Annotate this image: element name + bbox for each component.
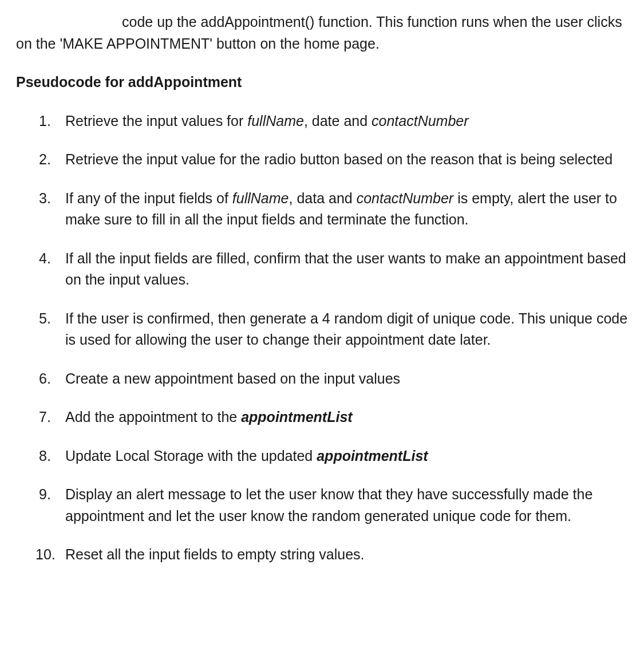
step-text-segment: , date and bbox=[304, 113, 372, 129]
step-text-segment: Retrieve the input values for bbox=[65, 113, 247, 129]
step-text-segment: fullName bbox=[247, 113, 304, 129]
step-text-segment: contactNumber bbox=[357, 190, 454, 206]
step-text-segment: contactNumber bbox=[372, 113, 469, 129]
step-text-segment: appointmentList bbox=[317, 448, 428, 464]
step-6: Create a new appointment based on the in… bbox=[65, 368, 628, 390]
step-text-segment: Reset all the input fields to empty stri… bbox=[65, 546, 365, 562]
step-10: Reset all the input fields to empty stri… bbox=[65, 544, 628, 566]
step-text-segment: Add the appointment to the bbox=[65, 409, 241, 425]
intro-paragraph: code up the addAppointment() function. T… bbox=[16, 11, 628, 54]
step-text-segment: Create a new appointment based on the in… bbox=[65, 370, 400, 386]
step-text-segment: Update Local Storage with the updated bbox=[65, 448, 317, 464]
step-text-segment: fullName bbox=[232, 190, 289, 206]
step-5: If the user is confirmed, then generate … bbox=[65, 308, 628, 351]
step-9: Display an alert message to let the user… bbox=[65, 484, 628, 527]
step-text-segment: If any of the input fields of bbox=[65, 190, 232, 206]
step-text-segment: Retrieve the input value for the radio b… bbox=[65, 151, 613, 167]
step-text-segment: If the user is confirmed, then generate … bbox=[65, 310, 627, 348]
step-text-segment: Display an alert message to let the user… bbox=[65, 486, 592, 524]
step-7: Add the appointment to the appointmentLi… bbox=[65, 407, 628, 428]
step-4: If all the input fields are filled, conf… bbox=[65, 248, 628, 291]
step-text-segment: appointmentList bbox=[241, 409, 352, 425]
step-1: Retrieve the input values for fullName, … bbox=[65, 111, 628, 132]
step-text-segment: If all the input fields are filled, conf… bbox=[65, 250, 626, 288]
step-2: Retrieve the input value for the radio b… bbox=[65, 149, 628, 171]
step-8: Update Local Storage with the updated ap… bbox=[65, 445, 628, 467]
pseudocode-list: Retrieve the input values for fullName, … bbox=[16, 111, 628, 566]
intro-text: code up the addAppointment() function. T… bbox=[16, 14, 622, 52]
section-title: Pseudocode for addAppointment bbox=[16, 72, 628, 93]
step-3: If any of the input fields of fullName, … bbox=[65, 188, 628, 231]
step-text-segment: , data and bbox=[289, 190, 357, 206]
